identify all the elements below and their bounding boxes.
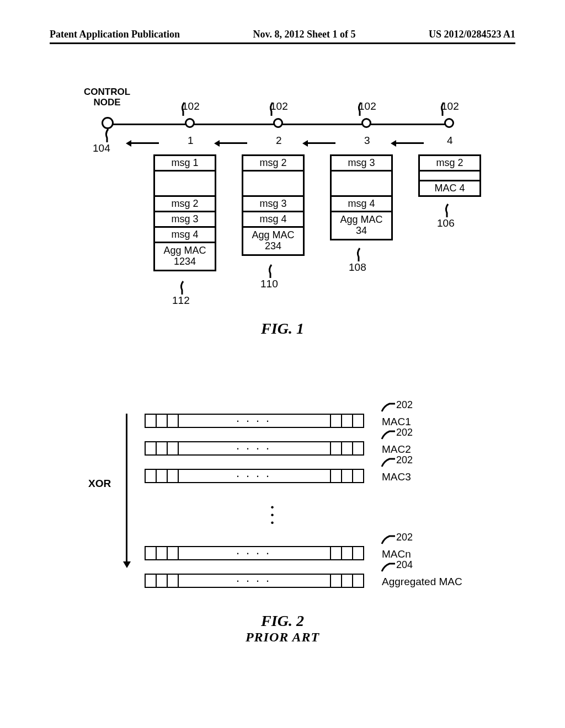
mac1-label: MAC1 (382, 416, 411, 428)
mac1-row: . . . . (145, 414, 363, 428)
ref-104-leader (104, 128, 115, 139)
prior-art-label: PRIOR ART (0, 630, 565, 645)
ref-106: 106 (437, 217, 455, 229)
ref-106-leader (444, 203, 455, 214)
macn-row: . . . . (145, 546, 363, 560)
macn-label: MACn (382, 548, 411, 560)
xor-label: XOR (88, 478, 111, 490)
col2-msg4: msg 4 (243, 212, 304, 227)
packet-col-3: msg 3 msg 4 Agg MAC34 (330, 154, 393, 240)
node-3-icon (361, 118, 371, 128)
packet-col-4: msg 2 MAC 4 (418, 154, 481, 197)
node-3-number: 3 (364, 135, 370, 147)
col3-aggmac: Agg MAC34 (331, 212, 392, 240)
ref-108-leader (355, 247, 366, 258)
arrow-1 (126, 140, 159, 147)
header-center: Nov. 8, 2012 Sheet 1 of 5 (253, 29, 356, 40)
arrow-2 (214, 140, 247, 147)
header-left: Patent Application Publication (50, 29, 180, 40)
mac3-label: MAC3 (382, 471, 411, 483)
ref-102-leader-4 (439, 101, 450, 113)
figure-2-caption: FIG. 2 (0, 612, 565, 630)
ref-110: 110 (260, 278, 278, 290)
mac3-row: . . . . (145, 469, 363, 483)
arrow-3 (302, 140, 335, 147)
mac2-ref-leader (381, 429, 392, 440)
col2-msg3: msg 3 (243, 196, 304, 212)
col3-msg4: msg 4 (331, 196, 392, 212)
aggmac-row: . . . . (145, 574, 363, 588)
col1-msg2: msg 2 (154, 196, 216, 212)
col4-spacer (419, 171, 481, 181)
mac3-ref: 202 (396, 454, 413, 466)
col3-spacer (331, 171, 392, 196)
control-node-label-line2: NODE (93, 97, 120, 108)
col1-msg4: msg 4 (154, 227, 216, 243)
control-node-label-line1: CONTROL (84, 87, 130, 97)
figure-2-caption-wrap: FIG. 2 PRIOR ART (0, 612, 565, 645)
ref-102-leader-1 (180, 101, 191, 113)
mac1-ref: 202 (396, 399, 413, 411)
ref-108: 108 (349, 261, 366, 274)
mac1-ref-leader (381, 402, 392, 413)
node-4-icon (444, 118, 454, 128)
mac2-row: . . . . (145, 441, 363, 456)
ref-102-leader-2 (268, 101, 279, 113)
col1-msg1: msg 1 (154, 156, 216, 171)
col1-spacer (154, 171, 216, 196)
macn-ref-leader (381, 534, 392, 545)
mac3-ref-leader (381, 457, 392, 468)
ref-102-leader-3 (356, 101, 367, 113)
mac2-ref: 202 (396, 427, 413, 438)
col2-msg2: msg 2 (243, 156, 304, 171)
col1-msg3: msg 3 (154, 212, 216, 227)
ref-110-leader (267, 264, 278, 275)
ref-104: 104 (93, 142, 110, 154)
col2-aggmac: Agg MAC234 (243, 227, 304, 255)
ref-112: 112 (172, 295, 190, 307)
node-1-number: 1 (188, 135, 194, 147)
node-1-icon (185, 118, 195, 128)
aggmac-label: Aggregated MAC (382, 576, 462, 588)
col3-msg3: msg 3 (331, 156, 392, 171)
control-node-icon (102, 117, 114, 129)
col1-aggmac: Agg MAC1234 (154, 243, 216, 271)
col4-msg2: msg 2 (419, 156, 481, 171)
node-2-icon (273, 118, 283, 128)
ref-112-leader (179, 280, 190, 291)
figure-1-caption-wrap: FIG. 1 (0, 320, 565, 338)
macn-ref: 202 (396, 532, 413, 543)
col4-mac4: MAC 4 (419, 181, 481, 196)
control-node-label: CONTROL NODE (84, 87, 130, 108)
aggmac-ref-leader (381, 561, 392, 572)
header-rule (50, 42, 515, 44)
packet-col-1: msg 1 msg 2 msg 3 msg 4 Agg MAC1234 (153, 154, 216, 271)
figure-1-caption: FIG. 1 (0, 320, 565, 338)
node-4-number: 4 (447, 135, 453, 147)
col2-spacer (243, 171, 304, 196)
packet-col-2: msg 2 msg 3 msg 4 Agg MAC234 (242, 154, 305, 256)
xor-arrow-icon (126, 414, 127, 563)
header-right: US 2012/0284523 A1 (429, 29, 515, 40)
arrow-4 (391, 140, 424, 147)
aggmac-ref: 204 (396, 559, 413, 571)
vertical-ellipsis: ... (270, 500, 274, 523)
mac2-label: MAC2 (382, 443, 411, 456)
node-2-number: 2 (276, 135, 282, 147)
